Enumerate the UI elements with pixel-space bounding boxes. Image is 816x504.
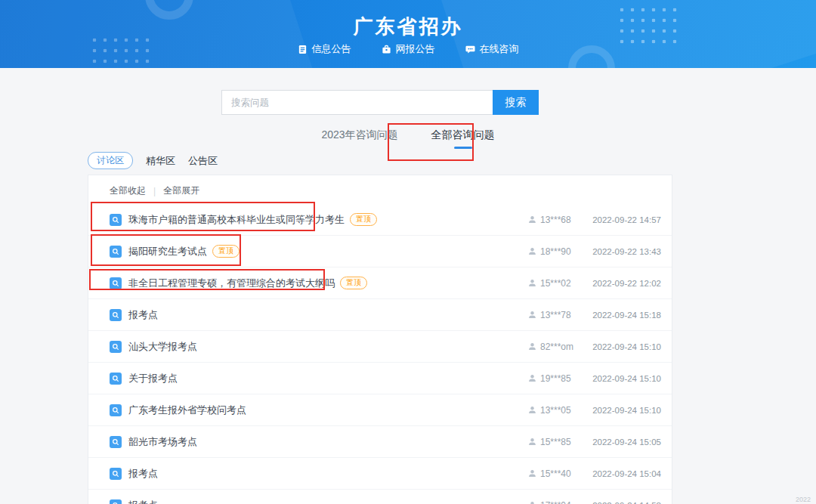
user-icon	[528, 215, 536, 224]
list-toolbar: 全部收起 | 全部展开	[88, 175, 672, 204]
question-title[interactable]: 广东考生报外省学校问考点	[128, 404, 246, 417]
question-icon	[110, 404, 122, 416]
question-user: 15***02	[528, 278, 578, 289]
header-nav: 信息公告 网报公告 在线咨询	[0, 42, 816, 56]
question-user: 19***85	[528, 373, 578, 384]
question-title[interactable]: 韶光市考场考点	[128, 435, 197, 449]
user-id: 13***68	[540, 215, 571, 225]
question-time: 2022-09-22 12:02	[578, 279, 661, 288]
search-bar: 搜索	[221, 90, 539, 115]
question-user: 13***05	[528, 405, 578, 416]
question-icon	[110, 341, 122, 353]
user-icon	[528, 438, 536, 446]
tab-discussion-board[interactable]: 讨论区	[88, 152, 133, 169]
user-icon	[528, 406, 536, 414]
user-id: 13***78	[540, 310, 571, 320]
question-time: 2022-09-22 13:43	[578, 247, 661, 256]
question-icon	[110, 277, 122, 289]
chat-icon	[465, 45, 475, 54]
question-icon	[110, 499, 122, 504]
question-user: 13***68	[528, 215, 578, 225]
question-user: 17***04	[528, 500, 578, 504]
user-icon	[528, 374, 536, 382]
question-icon	[110, 436, 122, 448]
nav-label: 在线咨询	[480, 42, 519, 56]
question-user: 15***40	[528, 468, 578, 479]
user-id: 15***02	[540, 278, 571, 289]
question-title[interactable]: 揭阳研究生考试点	[128, 245, 207, 258]
question-icon	[110, 214, 122, 226]
nav-item-web-report-notice[interactable]: 网报公告	[382, 42, 435, 56]
page-header: 广东省招办 信息公告 网报公告 在线咨询	[0, 0, 816, 68]
question-user: 82***om	[528, 342, 578, 352]
pinned-badge: 置顶	[212, 245, 240, 258]
nav-item-info-notice[interactable]: 信息公告	[298, 42, 351, 56]
question-time: 2022-09-24 14:58	[578, 501, 661, 504]
question-user: 15***85	[528, 437, 578, 447]
user-id: 15***40	[540, 468, 571, 479]
question-title[interactable]: 报考点	[128, 499, 158, 504]
nav-item-online-consult[interactable]: 在线咨询	[465, 42, 519, 56]
tab-2023-questions[interactable]: 2023年咨询问题	[321, 128, 397, 149]
question-row[interactable]: 揭阳研究生考试点 置顶 18***90 2022-09-22 13:43	[88, 236, 672, 267]
user-icon	[528, 469, 536, 478]
question-icon	[110, 246, 122, 258]
toolbar-separator: |	[153, 186, 156, 196]
question-row[interactable]: 韶光市考场考点 15***85 2022-09-24 15:05	[88, 426, 672, 458]
tab-all-questions[interactable]: 全部咨询问题	[431, 128, 495, 149]
question-row[interactable]: 汕头大学报考点 82***om 2022-09-24 15:10	[88, 331, 672, 363]
question-title[interactable]: 报考点	[128, 467, 158, 481]
pinned-badge: 置顶	[350, 213, 377, 226]
user-icon	[528, 247, 536, 255]
question-user: 18***90	[528, 246, 578, 257]
question-time: 2022-09-24 15:04	[578, 469, 661, 478]
question-row[interactable]: 关于报考点 19***85 2022-09-24 15:10	[88, 363, 672, 394]
user-id: 18***90	[540, 246, 571, 257]
collapse-all-link[interactable]: 全部收起	[110, 184, 146, 197]
question-row[interactable]: 广东考生报外省学校问考点 13***05 2022-09-24 15:10	[88, 394, 672, 426]
user-id: 19***85	[540, 373, 571, 384]
question-time: 2022-09-24 15:10	[578, 374, 661, 383]
user-id: 82***om	[540, 342, 573, 352]
question-row[interactable]: 报考点 17***04 2022-09-24 14:58	[88, 490, 672, 504]
user-id: 15***85	[540, 437, 571, 447]
briefcase-icon	[382, 45, 391, 54]
question-time: 2022-09-24 15:10	[578, 406, 661, 415]
pinned-badge: 置顶	[340, 277, 367, 289]
nav-label: 信息公告	[312, 42, 351, 56]
question-list: 珠海市户籍的普通高校本科毕业生或同等学力考生 置顶 13***68 2022-0…	[88, 204, 672, 504]
question-row[interactable]: 非全日工程管理专硕，有管理综合的考试大纲吗 置顶 15***02 2022-09…	[88, 267, 672, 299]
nav-label: 网报公告	[396, 42, 435, 56]
user-icon	[528, 501, 536, 504]
question-time: 2022-09-24 15:18	[578, 311, 661, 320]
question-title[interactable]: 报考点	[128, 308, 158, 322]
question-row[interactable]: 珠海市户籍的普通高校本科毕业生或同等学力考生 置顶 13***68 2022-0…	[88, 204, 672, 236]
question-title[interactable]: 汕头大学报考点	[128, 340, 197, 354]
user-icon	[528, 311, 536, 319]
question-user: 13***78	[528, 310, 578, 320]
tab-highlights-board[interactable]: 精华区	[146, 154, 175, 168]
user-icon	[528, 279, 536, 287]
question-icon	[110, 373, 122, 385]
tab-announcement-board[interactable]: 公告区	[188, 154, 218, 168]
watermark: 2022	[796, 496, 811, 503]
question-icon	[110, 309, 122, 321]
question-title[interactable]: 非全日工程管理专硕，有管理综合的考试大纲吗	[128, 277, 335, 290]
search-button[interactable]: 搜索	[493, 90, 539, 115]
question-row[interactable]: 报考点 13***78 2022-09-24 15:18	[88, 299, 672, 331]
site-title: 广东省招办	[0, 14, 816, 40]
user-id: 17***04	[540, 500, 571, 504]
question-tabs: 2023年咨询问题 全部咨询问题	[0, 128, 816, 149]
board-tabs: 讨论区 精华区 公告区	[88, 152, 218, 169]
question-time: 2022-09-24 15:10	[578, 342, 661, 351]
question-title[interactable]: 珠海市户籍的普通高校本科毕业生或同等学力考生	[128, 213, 345, 227]
user-id: 13***05	[540, 405, 571, 416]
question-icon	[110, 468, 122, 480]
question-time: 2022-09-22 14:57	[578, 215, 661, 224]
search-input[interactable]	[221, 90, 493, 115]
document-icon	[298, 45, 308, 54]
question-row[interactable]: 报考点 15***40 2022-09-24 15:04	[88, 458, 672, 490]
question-title[interactable]: 关于报考点	[128, 372, 178, 385]
user-icon	[528, 342, 536, 351]
expand-all-link[interactable]: 全部展开	[163, 184, 199, 197]
